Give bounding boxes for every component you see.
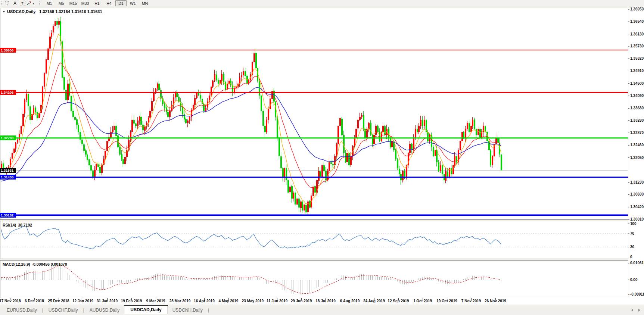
date-axis-label: 23 May 2019 [240, 299, 266, 303]
tab-usdchf[interactable]: USDCHF,Daily [44, 306, 83, 314]
date-axis-label: 17 Nov 2018 [0, 299, 23, 303]
date-axis-label: 25 Dec 2018 [46, 299, 72, 303]
date-axis-label: 6 Dec 2018 [21, 299, 47, 303]
date-axis-label: 18 Jul 2019 [312, 299, 339, 303]
tab-separator: | [83, 308, 84, 313]
date-axis-label: 9 Mar 2019 [143, 299, 169, 303]
price-axis-label: 1.36950 [630, 7, 644, 11]
rsi-axis-label: 30 [630, 245, 634, 249]
rsi-axis-label: 0 [630, 255, 632, 259]
price-axis-label: 1.30420 [630, 205, 644, 209]
date-axis-label: 16 Apr 2019 [191, 299, 217, 303]
scroll-left-icon[interactable] [631, 309, 633, 312]
tab-scroll-arrows [631, 309, 640, 312]
date-axis-label: 1 Oct 2019 [410, 299, 436, 303]
chart-title: ▼ USDCAD,Daily 1.32158 1.32164 1.31610 1… [3, 9, 102, 14]
date-axis-label: 6 Aug 2019 [337, 299, 363, 303]
chart-ohlc-quotes: 1.32158 1.32164 1.31610 1.31631 [39, 9, 102, 14]
mt4-window: F A T ▼ M1M5M15M30H1H4D1W1MN ▼ USDCAD,Da… [0, 0, 644, 315]
tab-usdcad-active[interactable]: USDCAD,Daily [124, 305, 168, 314]
date-axis-label: 28 Mar 2019 [167, 299, 193, 303]
chevron-down-icon[interactable]: ▼ [3, 10, 5, 13]
price-axis-label: 1.34910 [630, 69, 644, 73]
date-axis-label: 4 May 2019 [215, 299, 242, 303]
rsi-value: 38.7192 [18, 223, 32, 227]
tab-separator: | [208, 308, 209, 313]
price-axis-label: 1.34090 [630, 94, 644, 98]
price-axis-label: 1.34500 [630, 81, 644, 85]
rsi-axis-label: 70 [630, 231, 634, 236]
rsi-name: RSI(14) [3, 223, 16, 227]
price-axis-label: 1.35320 [630, 56, 644, 60]
price-badge-1.31405: 1.31405 [0, 175, 16, 180]
price-badge-1.34206: 1.34206 [0, 90, 16, 95]
date-axis-label: 24 Aug 2019 [361, 299, 387, 303]
chart-tab-bar: EURUSD,Daily | USDCHF,Daily | AUDUSD,Dai… [0, 305, 644, 315]
macd-axis-label: -0.009185 [630, 292, 644, 296]
price-badge-1.35606: 1.35606 [0, 48, 16, 53]
macd-axis-label: 0.00 [630, 278, 637, 282]
macd-name: MACD(12,26,9) [3, 262, 30, 266]
price-axis-label: 1.32050 [630, 156, 644, 160]
price-axis-label: 1.35730 [630, 44, 644, 48]
price-axis-label: 1.31230 [630, 180, 644, 184]
price-axis-label: 1.33280 [630, 118, 644, 122]
macd-axis-label: 0.010615 [630, 261, 644, 265]
price-axis-label: 1.32460 [630, 143, 644, 147]
price-axis-label: 1.33680 [630, 106, 644, 110]
price-axis-label: 1.30830 [630, 192, 644, 196]
tab-audusd[interactable]: AUDUSD,Daily [85, 306, 124, 314]
rsi-label: RSI(14)38.7192 [3, 223, 34, 227]
date-axis-label: 12 Sep 2019 [385, 299, 411, 303]
price-badge-1.30152: 1.30152 [0, 213, 16, 218]
macd-label: MACD(12,26,9)-0.000456 0.001070 [3, 262, 69, 266]
date-axis-label: 19 Feb 2019 [118, 299, 144, 303]
chart-canvas[interactable] [0, 0, 644, 315]
tab-eurusd[interactable]: EURUSD,Daily [2, 306, 41, 314]
date-axis-label: 11 Jun 2019 [264, 299, 290, 303]
tab-separator: | [42, 308, 43, 313]
macd-values: -0.000456 0.001070 [32, 262, 67, 266]
date-axis-label: 12 Jan 2019 [70, 299, 96, 303]
date-axis-label: 7 Nov 2019 [458, 299, 484, 303]
price-axis-label: 1.36130 [630, 32, 644, 36]
price-axis-label: 1.32870 [630, 131, 644, 135]
price-badge-1.31631: 1.31631 [0, 168, 16, 173]
price-axis-label: 1.30010 [630, 217, 644, 221]
price-badge-1.32700: 1.32700 [0, 135, 16, 140]
scroll-right-icon[interactable] [638, 309, 640, 312]
date-axis-label: 31 Jan 2019 [94, 299, 120, 303]
chart-symbol-period: USDCAD,Daily [7, 9, 35, 14]
rsi-axis-label: 100 [630, 222, 637, 226]
date-axis-label: 19 Oct 2019 [434, 299, 460, 303]
date-axis-label: 26 Nov 2019 [482, 299, 508, 303]
date-axis-label: 29 Jun 2019 [288, 299, 314, 303]
price-axis-label: 1.36540 [630, 19, 644, 24]
tab-usdcnh[interactable]: USDCNH,Daily [168, 306, 207, 314]
